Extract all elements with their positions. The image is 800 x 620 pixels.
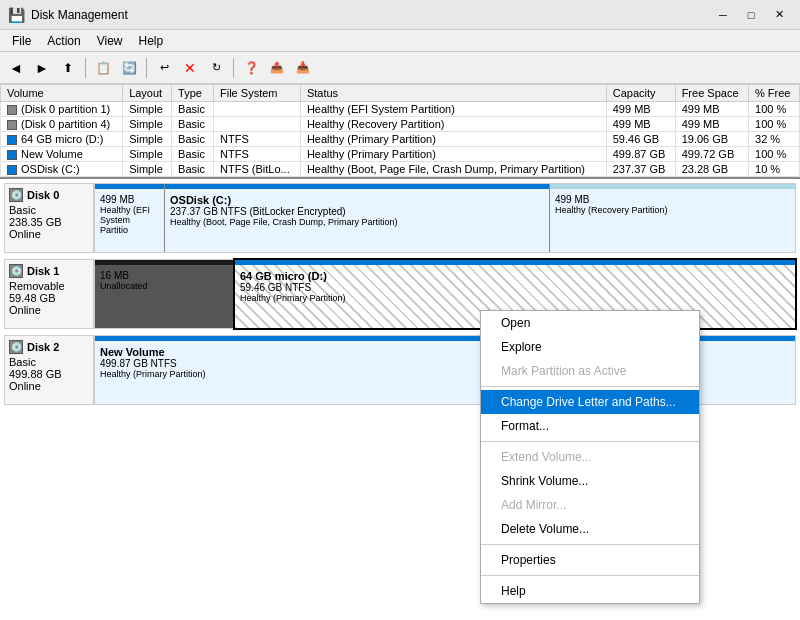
help-button-tb[interactable]: ❓	[239, 56, 263, 80]
maximize-button[interactable]: □	[738, 5, 764, 25]
context-menu-item[interactable]: Help	[481, 579, 699, 603]
partition-top-bar	[235, 260, 795, 265]
cell-status: Healthy (EFI System Partition)	[300, 102, 606, 117]
partition[interactable]: 16 MB Unallocated	[95, 260, 235, 328]
menu-help[interactable]: Help	[131, 32, 172, 50]
window-controls: ─ □ ✕	[710, 5, 792, 25]
table-row[interactable]: OSDisk (C:) Simple Basic NTFS (BitLo... …	[1, 162, 800, 177]
col-volume: Volume	[1, 85, 123, 102]
partition-top-bar	[165, 184, 549, 189]
cell-free: 499 MB	[675, 117, 748, 132]
cell-volume: (Disk 0 partition 1)	[1, 102, 123, 117]
partition-top-bar	[95, 184, 164, 189]
disk-partitions: 499 MB Healthy (EFI System Partitio OSDi…	[94, 183, 796, 253]
table-row[interactable]: (Disk 0 partition 1) Simple Basic Health…	[1, 102, 800, 117]
col-capacity: Capacity	[606, 85, 675, 102]
cell-type: Basic	[172, 102, 214, 117]
context-menu-item[interactable]: Change Drive Letter and Paths...	[481, 390, 699, 414]
col-type: Type	[172, 85, 214, 102]
disk-status: Online	[9, 228, 89, 240]
table-row[interactable]: (Disk 0 partition 4) Simple Basic Health…	[1, 117, 800, 132]
partition-detail1: 59.46 GB NTFS	[240, 282, 790, 293]
partition[interactable]: OSDisk (C:) 237.37 GB NTFS (BitLocker En…	[165, 184, 550, 252]
table-row[interactable]: New Volume Simple Basic NTFS Healthy (Pr…	[1, 147, 800, 162]
partition-detail1: 16 MB	[100, 270, 229, 281]
cell-type: Basic	[172, 147, 214, 162]
cell-capacity: 237.37 GB	[606, 162, 675, 177]
col-layout: Layout	[123, 85, 172, 102]
partition-detail1: 237.37 GB NTFS (BitLocker Encrypted)	[170, 206, 544, 217]
partition-name: OSDisk (C:)	[170, 194, 544, 206]
partition-top-bar	[95, 260, 234, 265]
refresh-button[interactable]: ↻	[204, 56, 228, 80]
context-menu-item[interactable]: Explore	[481, 335, 699, 359]
partition-detail2: Healthy (Boot, Page File, Crash Dump, Pr…	[170, 217, 544, 227]
title-bar: 💾 Disk Management ─ □ ✕	[0, 0, 800, 30]
menu-view[interactable]: View	[89, 32, 131, 50]
cell-layout: Simple	[123, 117, 172, 132]
partition[interactable]: 499 MB Healthy (Recovery Partition)	[550, 184, 795, 252]
disk-type: Basic	[9, 204, 89, 216]
cell-type: Basic	[172, 117, 214, 132]
cell-fs: NTFS	[214, 132, 301, 147]
disk-icon: 💿	[9, 188, 23, 202]
forward-button[interactable]: ►	[30, 56, 54, 80]
toolbar: ◄ ► ⬆ 📋 🔄 ↩ ✕ ↻ ❓ 📤 📥	[0, 52, 800, 84]
undo-button[interactable]: ↩	[152, 56, 176, 80]
rescan-button[interactable]: 🔄	[117, 56, 141, 80]
export-button[interactable]: 📤	[265, 56, 289, 80]
context-menu-item[interactable]: Delete Volume...	[481, 517, 699, 541]
partition[interactable]: 499 MB Healthy (EFI System Partitio	[95, 184, 165, 252]
import-button[interactable]: 📥	[291, 56, 315, 80]
cell-status: Healthy (Recovery Partition)	[300, 117, 606, 132]
partition-detail1: 499 MB	[555, 194, 790, 205]
partition-content: 499 MB Healthy (EFI System Partitio	[100, 194, 159, 235]
partition-name: 64 GB micro (D:)	[240, 270, 790, 282]
context-menu-item[interactable]: Open	[481, 311, 699, 335]
col-filesystem: File System	[214, 85, 301, 102]
properties-button[interactable]: 📋	[91, 56, 115, 80]
volume-table: Volume Layout Type File System Status Ca…	[0, 84, 800, 177]
table-row[interactable]: 64 GB micro (D:) Simple Basic NTFS Healt…	[1, 132, 800, 147]
cell-capacity: 59.46 GB	[606, 132, 675, 147]
cell-capacity: 499 MB	[606, 117, 675, 132]
disk-type: Basic	[9, 356, 89, 368]
cell-free: 23.28 GB	[675, 162, 748, 177]
minimize-button[interactable]: ─	[710, 5, 736, 25]
context-menu-item[interactable]: Shrink Volume...	[481, 469, 699, 493]
context-menu-separator	[481, 575, 699, 576]
disk-type: Removable	[9, 280, 89, 292]
context-menu-item: Extend Volume...	[481, 445, 699, 469]
context-menu-item: Mark Partition as Active	[481, 359, 699, 383]
menu-file[interactable]: File	[4, 32, 39, 50]
app-icon: 💾	[8, 7, 25, 23]
delete-button[interactable]: ✕	[178, 56, 202, 80]
menu-action[interactable]: Action	[39, 32, 88, 50]
partition-detail1: 499 MB	[100, 194, 159, 205]
disk-size: 499.88 GB	[9, 368, 89, 380]
cell-pct: 10 %	[749, 162, 800, 177]
close-button[interactable]: ✕	[766, 5, 792, 25]
cell-capacity: 499.87 GB	[606, 147, 675, 162]
disk-size: 59.48 GB	[9, 292, 89, 304]
cell-volume: 64 GB micro (D:)	[1, 132, 123, 147]
context-menu: OpenExploreMark Partition as ActiveChang…	[480, 310, 700, 604]
cell-type: Basic	[172, 162, 214, 177]
partition-content: 499 MB Healthy (Recovery Partition)	[555, 194, 790, 215]
toolbar-separator-2	[146, 58, 147, 78]
menu-bar: File Action View Help	[0, 30, 800, 52]
disk-name: Disk 0	[27, 189, 59, 201]
context-menu-item[interactable]: Format...	[481, 414, 699, 438]
partition-top-bar	[550, 184, 795, 189]
back-button[interactable]: ◄	[4, 56, 28, 80]
context-menu-item[interactable]: Properties	[481, 548, 699, 572]
disk-icon: 💿	[9, 264, 23, 278]
volume-table-container: Volume Layout Type File System Status Ca…	[0, 84, 800, 179]
cell-fs	[214, 117, 301, 132]
context-menu-separator	[481, 441, 699, 442]
col-freespace: Free Space	[675, 85, 748, 102]
cell-fs: NTFS	[214, 147, 301, 162]
cell-pct: 100 %	[749, 147, 800, 162]
up-button[interactable]: ⬆	[56, 56, 80, 80]
context-menu-separator	[481, 386, 699, 387]
